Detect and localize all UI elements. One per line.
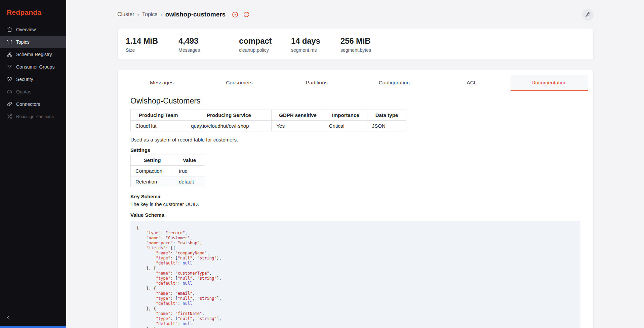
breadcrumb-item-cluster[interactable]: Cluster bbox=[117, 11, 134, 17]
doc-title: Owlshop-Customers bbox=[130, 96, 580, 106]
consumer-groups-icon bbox=[7, 64, 12, 70]
sidebar-item-label: Topics bbox=[16, 39, 30, 45]
table-cell: Compaction bbox=[131, 166, 174, 176]
reassign-icon bbox=[7, 114, 12, 119]
sidebar-item-reassign-partitions[interactable]: Reassign Partitions bbox=[0, 110, 66, 123]
breadcrumb-item-topics[interactable]: Topics bbox=[142, 11, 157, 17]
stat-label: Size bbox=[126, 47, 178, 53]
sidebar-item-label: Quotas bbox=[16, 89, 31, 94]
chevron-right-icon: › bbox=[160, 11, 162, 17]
column-header: Producing Service bbox=[186, 110, 272, 121]
settings-table: SettingValueCompactiontrueRetentiondefau… bbox=[130, 155, 205, 187]
stat-value: 1.14 MiB bbox=[126, 36, 178, 46]
table-row: Retentiondefault bbox=[131, 176, 205, 187]
sidebar: Redpanda OverviewTopicsSchema RegistryCo… bbox=[0, 0, 66, 328]
tab-configuration[interactable]: Configuration bbox=[356, 75, 433, 91]
table-cell: JSON bbox=[367, 121, 406, 131]
column-header: GDPR sensitive bbox=[272, 110, 324, 121]
sidebar-item-connectors[interactable]: Connectors bbox=[0, 98, 66, 110]
sidebar-item-overview[interactable]: Overview bbox=[0, 23, 66, 36]
value-schema-heading: Value Schema bbox=[130, 212, 580, 218]
main-content: Cluster›Topics›owlshop-customers 1.14 Mi… bbox=[66, 0, 644, 328]
table-cell: default bbox=[174, 176, 205, 187]
stat-cleanup-policy: compactcleanup.policy bbox=[239, 36, 291, 53]
stats-config: compactcleanup.policy14 dayssegment.ms25… bbox=[239, 36, 394, 53]
stat-label: cleanup.policy bbox=[239, 47, 291, 53]
wrench-icon bbox=[585, 12, 591, 17]
stat-value: compact bbox=[239, 36, 291, 46]
link-icon bbox=[7, 101, 12, 107]
redpanda-logo[interactable]: Redpanda bbox=[0, 0, 66, 23]
key-schema-heading: Key Schema bbox=[130, 194, 580, 199]
sidebar-collapse-button[interactable] bbox=[3, 313, 13, 323]
page-header: Cluster›Topics›owlshop-customers bbox=[117, 8, 594, 21]
table-cell: Yes bbox=[272, 121, 324, 131]
tab-acl[interactable]: ACL bbox=[433, 75, 511, 91]
tab-consumers[interactable]: Consumers bbox=[201, 75, 278, 91]
stat-label: segment.ms bbox=[291, 47, 340, 53]
stats-divider bbox=[221, 37, 221, 52]
sidebar-item-label: Schema Registry bbox=[16, 52, 52, 57]
refresh-button[interactable] bbox=[242, 10, 250, 19]
topics-icon bbox=[7, 39, 12, 45]
sidebar-item-label: Consumer Groups bbox=[16, 64, 54, 70]
chevron-left-icon bbox=[5, 314, 12, 321]
tab-bar: MessagesConsumersPartitionsConfiguration… bbox=[118, 70, 593, 91]
table-cell: true bbox=[174, 166, 205, 176]
sidebar-item-label: Overview bbox=[16, 27, 36, 32]
value-schema-code: { "type": "record", "name": "Customer", … bbox=[130, 221, 580, 328]
sidebar-item-schema-registry[interactable]: Schema Registry bbox=[0, 48, 66, 60]
breadcrumb: Cluster›Topics›owlshop-customers bbox=[117, 11, 226, 18]
stat-label: Messages bbox=[178, 47, 221, 53]
play-circle-icon bbox=[232, 11, 239, 18]
schema-registry-icon bbox=[7, 51, 12, 57]
refresh-icon bbox=[243, 11, 250, 18]
stat-messages: 4,493Messages bbox=[178, 36, 221, 53]
table-row: Compactiontrue bbox=[131, 166, 205, 176]
gauge-icon bbox=[7, 89, 12, 94]
tab-documentation[interactable]: Documentation bbox=[511, 75, 588, 91]
stat-segment-ms: 14 dayssegment.ms bbox=[291, 36, 340, 53]
stat-value: 4,493 bbox=[178, 36, 221, 46]
sidebar-item-label: Connectors bbox=[16, 101, 40, 107]
key-schema-text: The key is the customer UUID. bbox=[130, 201, 580, 207]
table-row: CloudHutquay.io/cloudhut/owl-shopYesCrit… bbox=[131, 121, 406, 131]
topic-actions bbox=[231, 10, 250, 19]
sidebar-item-security[interactable]: Security bbox=[0, 73, 66, 85]
tab-messages[interactable]: Messages bbox=[123, 75, 201, 91]
breadcrumb-current: owlshop-customers bbox=[165, 11, 226, 18]
column-header: Importance bbox=[324, 110, 367, 121]
play-button[interactable] bbox=[231, 10, 239, 19]
stats-primary: 1.14 MiBSize4,493Messages bbox=[126, 36, 221, 53]
user-preferences-button[interactable] bbox=[582, 9, 594, 20]
sidebar-item-quotas[interactable]: Quotas bbox=[0, 85, 66, 98]
column-header: Setting bbox=[131, 155, 174, 166]
chevron-right-icon: › bbox=[137, 11, 139, 17]
settings-heading: Settings bbox=[130, 147, 580, 153]
table-cell: Critical bbox=[324, 121, 367, 131]
documentation-panel: Owlshop-Customers Producing TeamProducin… bbox=[118, 91, 593, 328]
stat-size: 1.14 MiBSize bbox=[126, 36, 178, 53]
sidebar-item-label: Reassign Partitions bbox=[16, 114, 54, 119]
stat-segment-bytes: 256 MiBsegment.bytes bbox=[340, 36, 394, 53]
shield-icon bbox=[7, 76, 12, 82]
table-header-row: Producing TeamProducing ServiceGDPR sens… bbox=[131, 110, 406, 121]
sidebar-item-label: Security bbox=[16, 77, 33, 82]
table-cell: quay.io/cloudhut/owl-shop bbox=[186, 121, 272, 131]
doc-description: Used as a system-of-record table for cus… bbox=[130, 137, 580, 142]
table-header-row: SettingValue bbox=[131, 155, 205, 166]
stat-value: 14 days bbox=[291, 36, 340, 46]
column-header: Producing Team bbox=[131, 110, 186, 121]
stat-value: 256 MiB bbox=[340, 36, 394, 46]
table-cell: Retention bbox=[131, 176, 174, 187]
home-icon bbox=[7, 27, 12, 32]
topic-info-table: Producing TeamProducing ServiceGDPR sens… bbox=[130, 110, 406, 131]
sidebar-item-topics[interactable]: Topics bbox=[0, 36, 66, 48]
column-header: Value bbox=[174, 155, 205, 166]
sidebar-nav: OverviewTopicsSchema RegistryConsumer Gr… bbox=[0, 23, 66, 123]
tab-partitions[interactable]: Partitions bbox=[278, 75, 356, 91]
sidebar-accent-bar bbox=[0, 326, 66, 328]
stat-label: segment.bytes bbox=[340, 47, 394, 53]
topic-detail-card: MessagesConsumersPartitionsConfiguration… bbox=[117, 70, 594, 328]
sidebar-item-consumer-groups[interactable]: Consumer Groups bbox=[0, 60, 66, 73]
